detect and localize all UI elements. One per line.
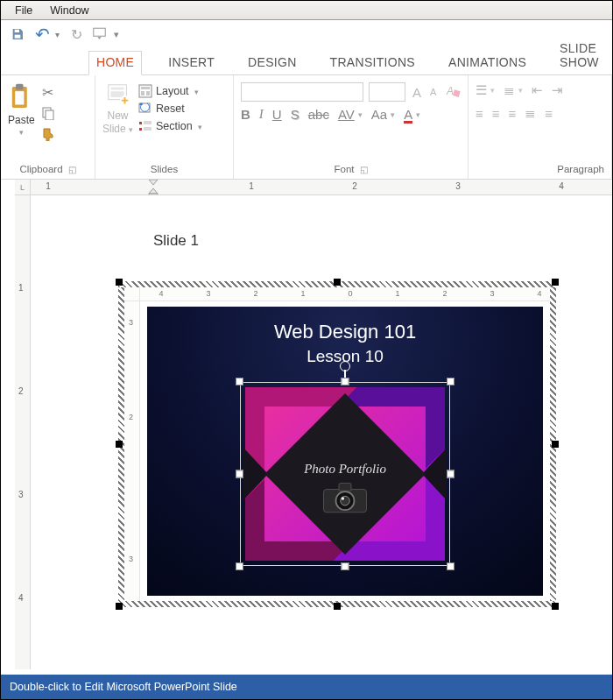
svg-rect-4 bbox=[16, 84, 24, 90]
copy-icon[interactable] bbox=[40, 105, 56, 121]
pic-handle-sw[interactable] bbox=[236, 562, 243, 570]
increase-font-icon[interactable]: A bbox=[411, 85, 423, 100]
shadow-button[interactable]: S bbox=[291, 107, 299, 122]
clear-formatting-icon[interactable]: A bbox=[443, 84, 462, 101]
format-painter-icon[interactable] bbox=[40, 126, 56, 142]
tab-transitions[interactable]: TRANSITIONS bbox=[323, 52, 422, 74]
embedded-horizontal-ruler[interactable]: 4 3 2 1 0 1 2 3 4 bbox=[140, 287, 550, 301]
menu-file[interactable]: File bbox=[6, 3, 41, 18]
pic-handle-nw[interactable] bbox=[236, 378, 243, 385]
strikethrough-button[interactable]: abc bbox=[308, 107, 329, 122]
align-right-button[interactable]: ≡ bbox=[509, 106, 517, 121]
decrease-indent-button[interactable]: ⇤ bbox=[532, 82, 543, 98]
svg-rect-15 bbox=[146, 91, 150, 95]
section-button[interactable]: Section bbox=[138, 119, 202, 133]
underline-button[interactable]: U bbox=[272, 107, 282, 122]
svg-rect-10 bbox=[110, 91, 123, 97]
paragraph-group-label: Paragraph bbox=[557, 164, 604, 174]
tab-animations[interactable]: ANIMATIONS bbox=[441, 52, 533, 74]
clipboard-dialog-launcher-icon[interactable]: ◱ bbox=[68, 165, 76, 174]
menu-window[interactable]: Window bbox=[41, 3, 97, 18]
pic-handle-s[interactable] bbox=[342, 562, 349, 570]
save-icon[interactable] bbox=[10, 26, 25, 42]
svg-rect-0 bbox=[15, 30, 19, 32]
slide-surface[interactable]: Web Design 101 Lesson 10 Photo Portfolio bbox=[140, 301, 550, 601]
increase-indent-button[interactable]: ⇥ bbox=[552, 82, 563, 98]
vruler-mark: 2 bbox=[18, 386, 24, 396]
slide-title-text[interactable]: Web Design 101 bbox=[147, 307, 543, 343]
italic-button[interactable]: I bbox=[259, 107, 264, 122]
hruler-mark: 1 bbox=[46, 181, 51, 191]
tab-design[interactable]: DESIGN bbox=[241, 52, 303, 74]
embedded-vertical-ruler[interactable]: 3 2 3 bbox=[124, 301, 140, 601]
resize-handle-nw[interactable] bbox=[116, 279, 123, 286]
start-from-beginning-icon[interactable] bbox=[93, 26, 109, 42]
document-canvas[interactable]: Slide 1 4 3 2 1 0 1 2 3 4 3 2 bbox=[31, 195, 612, 669]
font-color-button[interactable]: A bbox=[404, 107, 412, 122]
eruler-mark: 2 bbox=[442, 289, 447, 298]
selected-picture[interactable]: Photo Portfolio bbox=[240, 382, 450, 566]
ribbon: Paste ▾ ✂ Clipboard◱ New Slide ▾ bbox=[1, 74, 612, 180]
bullets-button[interactable]: ☰ bbox=[476, 82, 487, 98]
resize-handle-w[interactable] bbox=[116, 441, 123, 448]
pic-handle-se[interactable] bbox=[447, 562, 454, 570]
hruler-mark: 3 bbox=[455, 181, 461, 191]
undo-dropdown-icon[interactable]: ▾ bbox=[55, 30, 60, 39]
tab-slideshow[interactable]: SLIDE SHOW bbox=[553, 38, 612, 74]
svg-rect-19 bbox=[139, 122, 142, 124]
eruler-mark: 3 bbox=[129, 555, 133, 563]
change-case-button[interactable]: Aa bbox=[371, 107, 387, 122]
font-size-combo[interactable] bbox=[369, 82, 405, 102]
resize-handle-sw[interactable] bbox=[116, 603, 123, 610]
reset-button[interactable]: Reset bbox=[138, 102, 202, 116]
char-spacing-button[interactable]: AV bbox=[338, 107, 355, 122]
hruler-mark: 1 bbox=[249, 181, 254, 191]
hruler-mark: 2 bbox=[352, 181, 357, 191]
layout-button[interactable]: Layout bbox=[138, 84, 202, 98]
svg-rect-1 bbox=[15, 35, 21, 39]
justify-button[interactable]: ≣ bbox=[525, 105, 536, 121]
tab-insert[interactable]: INSERT bbox=[161, 52, 222, 74]
new-slide-button[interactable]: New Slide ▾ bbox=[102, 82, 133, 135]
eruler-mark: 2 bbox=[129, 413, 133, 421]
svg-rect-7 bbox=[46, 110, 53, 120]
cut-icon[interactable]: ✂ bbox=[40, 84, 56, 100]
quick-access-toolbar: ↶ ▾ ↻ ▾ bbox=[1, 20, 612, 48]
resize-handle-n[interactable] bbox=[334, 279, 341, 286]
vruler-mark: 1 bbox=[18, 283, 24, 293]
resize-handle-ne[interactable] bbox=[552, 279, 559, 286]
indent-marker-icon[interactable] bbox=[148, 180, 159, 195]
slides-group-label: Slides bbox=[102, 161, 226, 177]
resize-handle-s[interactable] bbox=[334, 603, 341, 610]
redo-icon[interactable]: ↻ bbox=[68, 26, 84, 42]
horizontal-ruler[interactable]: 1 1 2 3 4 bbox=[31, 180, 612, 195]
embedded-powerpoint-object[interactable]: 4 3 2 1 0 1 2 3 4 3 2 3 Web Design 101 L… bbox=[118, 281, 556, 607]
paste-button[interactable]: Paste ▾ bbox=[8, 82, 35, 137]
svg-rect-5 bbox=[16, 91, 25, 104]
pic-handle-n[interactable] bbox=[342, 378, 349, 385]
vertical-ruler[interactable]: 1 2 3 4 bbox=[15, 195, 31, 669]
font-dialog-launcher-icon[interactable]: ◱ bbox=[360, 165, 368, 174]
eruler-mark: 2 bbox=[253, 289, 257, 298]
pic-handle-ne[interactable] bbox=[447, 378, 454, 385]
section-label: Section bbox=[156, 120, 193, 132]
pic-handle-e[interactable] bbox=[447, 470, 454, 478]
font-family-combo[interactable] bbox=[241, 82, 363, 102]
decrease-font-icon[interactable]: A bbox=[428, 87, 438, 97]
qat-customize-icon[interactable]: ▾ bbox=[114, 29, 119, 40]
new-slide-label1: New bbox=[108, 110, 129, 122]
align-left-button[interactable]: ≡ bbox=[476, 106, 483, 121]
svg-rect-18 bbox=[144, 127, 151, 131]
pic-handle-w[interactable] bbox=[236, 470, 243, 478]
tab-home[interactable]: HOME bbox=[88, 51, 142, 75]
line-spacing-button[interactable]: ≡ bbox=[545, 106, 553, 121]
align-center-button[interactable]: ≡ bbox=[492, 106, 500, 121]
numbering-button[interactable]: ≣ bbox=[504, 82, 515, 98]
menu-bar: File Window bbox=[1, 1, 612, 20]
undo-icon[interactable]: ↶ bbox=[34, 26, 50, 42]
eruler-mark: 3 bbox=[490, 289, 494, 298]
resize-handle-se[interactable] bbox=[552, 603, 559, 610]
resize-handle-e[interactable] bbox=[552, 441, 559, 448]
bold-button[interactable]: B bbox=[241, 107, 250, 122]
eruler-mark: 4 bbox=[159, 289, 163, 298]
